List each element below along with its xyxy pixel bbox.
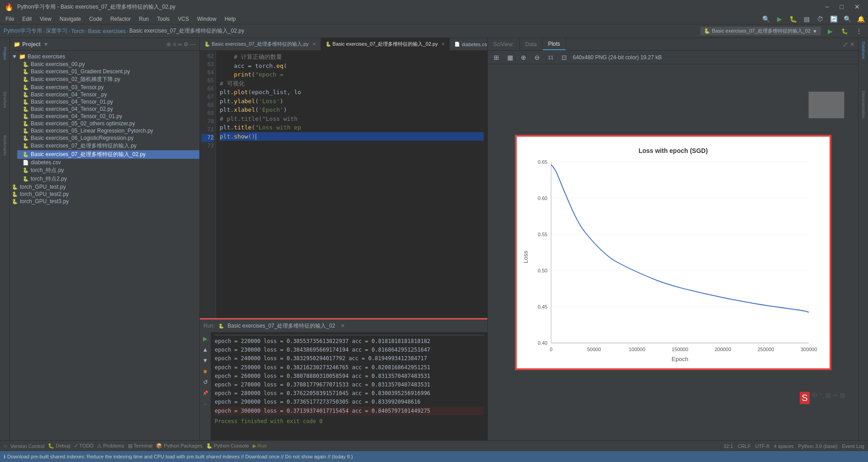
list-item[interactable]: 🐍Basic exercises_01_Gradient Descent.py xyxy=(17,68,199,75)
run-nav-btn[interactable]: ▶ xyxy=(825,26,835,37)
breadcrumb-torch[interactable]: Torch xyxy=(71,28,84,34)
minimize-btn[interactable]: − xyxy=(821,2,832,11)
documentation-sidebar-icon[interactable]: Documentation xyxy=(860,89,867,120)
tab-file3[interactable]: 📄 diabetes.csv ✕ xyxy=(450,38,487,50)
list-item[interactable]: 🐍Basic exercises_04_Tensor_02.py xyxy=(17,105,199,113)
coverage-btn[interactable]: ▤ xyxy=(801,14,812,24)
ime-icon3[interactable]: ⊞ xyxy=(826,392,831,404)
list-item[interactable]: 🐍torch_GPU_test2.py xyxy=(10,191,199,198)
ime-icon5[interactable]: ⊞ xyxy=(840,392,845,404)
event-log-btn[interactable]: Event Log xyxy=(842,443,864,449)
menu-navigate[interactable]: Navigate xyxy=(56,15,85,23)
actual-size-btn[interactable]: 11 xyxy=(546,52,556,62)
breadcrumb-root[interactable]: Python学习专用 xyxy=(4,27,42,35)
tree-root-folder[interactable]: ▼ 📁 Basic exercises xyxy=(10,52,199,61)
indent-style[interactable]: 4 spaces xyxy=(774,443,794,449)
menu-refactor[interactable]: Refactor xyxy=(107,15,134,23)
version-control-btn[interactable]: Version Control xyxy=(10,443,44,449)
scroll-from-source-icon[interactable]: ⊕ xyxy=(166,41,171,48)
notification-btn[interactable]: 🔔 xyxy=(855,14,866,24)
structure-sidebar-icon[interactable]: Structure xyxy=(0,86,9,113)
run-output[interactable]: epoch = 220000 loss = 0.3855373561382293… xyxy=(211,332,487,440)
list-item[interactable]: 🐍Basic exercises_02_随机梯度下降.py xyxy=(17,75,199,84)
sciview-tab-data[interactable]: Data xyxy=(520,38,542,50)
list-item[interactable]: 🐍Basic exercises_05_02_others optimizer.… xyxy=(17,120,199,127)
project-sidebar-icon[interactable]: Project xyxy=(0,40,9,67)
zoom-in-btn[interactable]: ⊕ xyxy=(519,52,528,62)
run-stop-btn[interactable]: ■ xyxy=(201,367,210,376)
search-btn2[interactable]: 🔍 xyxy=(842,14,853,24)
run-config-dropdown[interactable]: ▼ xyxy=(812,29,817,34)
fit-page-btn[interactable]: ⊡ xyxy=(559,52,569,62)
menu-run[interactable]: Run xyxy=(135,15,152,23)
breadcrumb-dl[interactable]: 深度学习 xyxy=(46,27,67,35)
python-packages-btn[interactable]: 📦 Python Packages xyxy=(156,443,203,449)
list-item[interactable]: 📄diabetes.csv xyxy=(17,159,199,166)
ime-icon4[interactable]: ✂ xyxy=(833,392,838,404)
bookmarks-sidebar-icon[interactable]: Bookmarks xyxy=(0,132,9,159)
file-encoding[interactable]: UTF-8 xyxy=(755,443,769,449)
collapse-all-icon[interactable]: ≡ xyxy=(173,41,176,48)
ime-icon1[interactable]: 中 xyxy=(811,392,818,404)
more-run-btn[interactable]: ⋮ xyxy=(854,26,864,37)
settings-icon[interactable]: ⚙ xyxy=(184,41,189,48)
menu-window[interactable]: Window xyxy=(193,15,220,23)
run-play-btn[interactable]: ▶ xyxy=(201,334,210,343)
list-item[interactable]: 🐍Basic exercises_00.py xyxy=(17,61,199,68)
python-console-btn[interactable]: 🐍 Python Console xyxy=(206,443,249,449)
run-rerun-btn[interactable]: ↺ xyxy=(201,377,210,386)
sciview-tab-plots[interactable]: Plots xyxy=(542,38,566,50)
menu-file[interactable]: File xyxy=(2,15,18,23)
menu-code[interactable]: Code xyxy=(85,15,106,23)
tab2-close[interactable]: ✕ xyxy=(441,42,445,47)
list-item[interactable]: 🐍torch_GPU_test3.py xyxy=(10,198,199,205)
maximize-btn[interactable]: □ xyxy=(836,2,847,11)
line-separator[interactable]: CRLF xyxy=(738,443,751,449)
update-btn[interactable]: 🔄 xyxy=(828,14,839,24)
tab-file1[interactable]: 🐍 Basic exercises_07_处理多维特征的输入.py ✕ xyxy=(200,38,321,50)
problems-btn[interactable]: ⚠ Problems xyxy=(97,443,124,449)
close-panel-icon[interactable]: — xyxy=(190,41,196,48)
menu-help[interactable]: Help xyxy=(221,15,240,23)
list-item[interactable]: 🐍Basic exercises_04_Tensor_02_01.py xyxy=(17,113,199,120)
caret-position[interactable]: 32:1 xyxy=(723,443,733,449)
code-editor[interactable]: 62 63 64 65 66 67 68 69 70 71 72 73 # 计算… xyxy=(200,51,487,318)
menu-view[interactable]: View xyxy=(36,15,55,23)
ime-icon2[interactable]: °, xyxy=(820,392,824,404)
run-scroll-up-btn[interactable]: ▲ xyxy=(201,345,210,354)
run-status-btn[interactable]: ▶ Run xyxy=(253,443,267,449)
list-item[interactable]: 🐍torch_GPU_test.py xyxy=(10,183,199,191)
list-item[interactable]: 🐍Basic exercises_04_Tensor_.py xyxy=(17,91,199,98)
debug-nav-btn[interactable]: 🐛 xyxy=(839,26,850,37)
run-tab-close[interactable]: ✕ xyxy=(340,323,345,329)
run-scroll-down-btn[interactable]: ▼ xyxy=(201,356,210,365)
close-btn[interactable]: ✕ xyxy=(851,2,863,11)
tab1-close[interactable]: ✕ xyxy=(312,42,316,47)
breadcrumb-basic[interactable]: Basic exercises xyxy=(88,28,126,34)
list-view-btn[interactable]: ▦ xyxy=(505,52,515,62)
sciview-expand-icon[interactable]: ⤢ xyxy=(843,41,848,48)
database-sidebar-icon[interactable]: Database xyxy=(860,40,867,61)
list-item[interactable]: 🐍Basic exercises_06_LogisticRegression.p… xyxy=(17,134,199,142)
list-item-selected[interactable]: 🐍Basic exercises_07_处理多维特征的输入_02.py xyxy=(17,150,199,159)
profile-btn[interactable]: ⏱ xyxy=(815,14,826,24)
list-item[interactable]: 🐍Basic exercises_03_Tensor.py xyxy=(17,84,199,91)
code-content[interactable]: # 计算正确的数量 acc = torch.eq( print("epoch =… xyxy=(216,51,487,318)
menu-edit[interactable]: Edit xyxy=(19,15,35,23)
menu-vcs[interactable]: VCS xyxy=(174,15,193,23)
run-btn[interactable]: ▶ xyxy=(774,14,785,24)
menu-tools[interactable]: Tools xyxy=(153,15,173,23)
run-wrap-btn[interactable]: ⏤ xyxy=(201,399,210,408)
terminal-btn[interactable]: ▤ Terminal xyxy=(128,443,152,449)
zoom-out-btn[interactable]: ⊖ xyxy=(532,52,542,62)
list-item[interactable]: 🐍Basic exercises_05_Linear Regression_Py… xyxy=(17,127,199,134)
debug-status-btn[interactable]: 🐛 Debug xyxy=(48,443,70,449)
python-version[interactable]: Python 3.9 (base) xyxy=(798,443,838,449)
grid-view-btn[interactable]: ⊞ xyxy=(491,52,501,62)
run-pin-btn[interactable]: 📌 xyxy=(201,388,210,397)
debug-btn[interactable]: 🐛 xyxy=(788,14,798,24)
todo-btn[interactable]: ✓ TODO xyxy=(74,443,94,449)
list-item[interactable]: 🐍torch_特点.py xyxy=(17,166,199,175)
list-item[interactable]: 🐍Basic exercises_07_处理多维特征的输入.py xyxy=(17,142,199,150)
list-item[interactable]: 🐍Basic exercises_04_Tensor_01.py xyxy=(17,98,199,105)
